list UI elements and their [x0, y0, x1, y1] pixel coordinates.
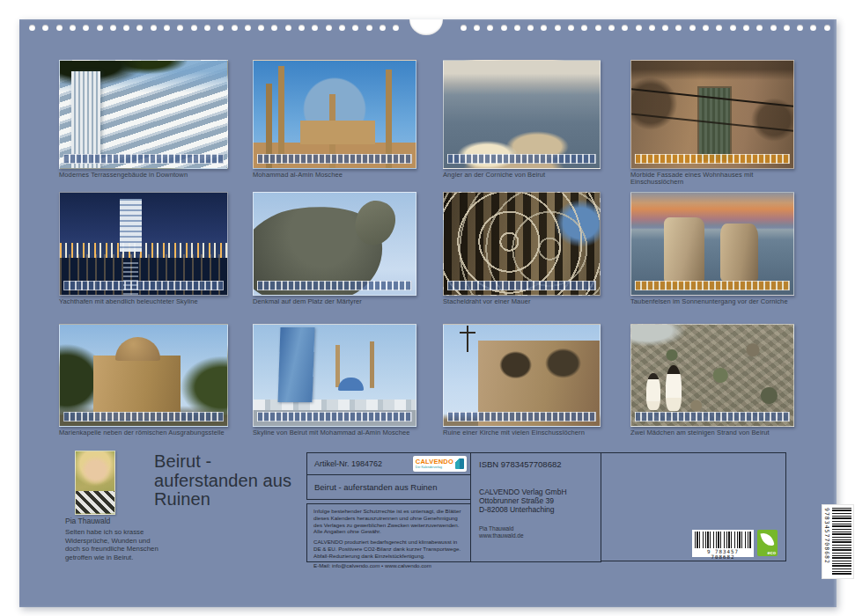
month-filmstrip [257, 412, 412, 422]
eco-label: eco [768, 550, 776, 555]
calvendo-logo-tagline: Der Kalenderverlag [416, 466, 453, 470]
product-photo-calendar-back: { "page": { "background_color": "#7a8aab… [0, 0, 855, 616]
month-filmstrip [257, 281, 412, 290]
photo-caption: Ruine einer Kirche mit vielen Einschussl… [443, 429, 599, 436]
month-filmstrip [635, 281, 790, 290]
photo-church-ruin [443, 324, 601, 427]
vertical-barcode-bars [832, 508, 851, 576]
month-filmstrip [63, 154, 224, 164]
contact-line: E-Mail: info@calvendo.com • www.calvendo… [313, 562, 464, 569]
photo-caption: Angler an der Corniche von Beirut [443, 172, 599, 179]
photo-martyrs-monument [253, 192, 416, 296]
photo-mosque [253, 60, 416, 169]
article-info-box: Artikel-Nr. 1984762 CALVENDO Der Kalende… [306, 452, 471, 500]
calendar-thumb-4: Morbide Fassade eines Wohnhauses mit Ein… [630, 60, 792, 187]
barcode-number: 9 783457 708682 [695, 549, 751, 560]
ean-barcode: 9 783457 708682 [692, 530, 754, 557]
calvendo-logo-icon [455, 458, 464, 469]
month-filmstrip [635, 412, 790, 422]
author-credit: Pia Thauwald [479, 525, 601, 532]
calendar-thumb-8: Taubenfelsen im Sonnenuntergang vor der … [630, 192, 792, 305]
author-name: Pia Thauwald [65, 517, 110, 525]
calendar-thumb-9: Marienkapelle neben der römischen Ausgra… [59, 324, 226, 436]
month-filmstrip [63, 412, 224, 422]
photo-caption: Zwei Mädchen am steinigen Strand von Bei… [630, 429, 792, 436]
photo-caption: Modernes Terrassengebäude in Downtown [59, 172, 226, 179]
photo-caption: Mohammad al-Amin Moschee [253, 172, 415, 179]
calendar-thumb-12: Zwei Mädchen am steinigen Strand von Bei… [630, 324, 792, 436]
photo-old-facade [630, 60, 794, 169]
legal-paragraph-1: Infolge bestehender Schutzrechte ist es … [313, 508, 464, 535]
photo-girls-beach [630, 324, 794, 427]
photo-corniche-anglers [443, 60, 601, 169]
calendar-thumb-10: Skyline von Beirut mit Mohammad al-Amin … [253, 324, 415, 436]
photo-marina-night [59, 192, 228, 296]
photo-modern-building [59, 60, 228, 169]
month-filmstrip [447, 281, 596, 290]
photo-pigeon-rocks [630, 192, 794, 296]
vertical-barcode-number: 9783457708682 [822, 505, 830, 578]
photo-caption: Yachthafen mit abendlich beleuchteter Sk… [59, 298, 226, 305]
author-website: www.thauwald.de [479, 532, 601, 539]
photo-caption: Skyline von Beirut mit Mohammad al-Amin … [253, 429, 415, 436]
legal-text-box: Infolge bestehender Schutzrechte ist es … [306, 503, 471, 562]
photo-skyline [253, 324, 416, 427]
calvendo-logo-text: CALVENDO [416, 458, 453, 466]
month-filmstrip [447, 412, 596, 422]
calvendo-logo: CALVENDO Der Kalenderverlag [413, 456, 467, 472]
photo-chapel [59, 324, 228, 427]
photo-barbed-wire [443, 192, 601, 296]
photo-caption: Stacheldraht vor einer Mauer [443, 298, 599, 305]
photo-caption: Morbide Fassade eines Wohnhauses mit Ein… [630, 172, 792, 187]
legal-paragraph-2: CALVENDO produziert bedarfsgerecht und k… [313, 539, 464, 559]
photo-caption: Denkmal auf dem Platz der Märtyrer [253, 298, 415, 305]
author-portrait [75, 451, 115, 515]
article-number: Artikel-Nr. 1984762 [314, 459, 382, 468]
calendar-thumb-5: Yachthafen mit abendlich beleuchteter Sk… [59, 192, 226, 305]
month-filmstrip [63, 281, 224, 290]
publisher-street: Ottobrunner Straße 39 [479, 496, 601, 505]
publisher-box: ISBN 9783457708682 CALVENDO Verlag GmbH … [470, 452, 601, 562]
publisher-city: D-82008 Unterhaching [479, 505, 601, 514]
month-filmstrip [447, 154, 596, 164]
page-title: Beirut - auferstanden aus Ruinen [154, 452, 302, 510]
calendar-thumb-7: Stacheldraht vor einer Mauer [443, 192, 599, 305]
calendar-thumb-1: Modernes Terrassengebäude in Downtown [59, 60, 226, 179]
calendar-thumb-2: Mohammad al-Amin Moschee [253, 60, 415, 179]
barcode-box: 9 783457 708682 eco [601, 452, 786, 561]
month-filmstrip [635, 154, 790, 164]
calendar-back-page: Modernes Terrassengebäude in Downtown Mo… [19, 19, 837, 607]
photo-caption: Taubenfelsen im Sonnenuntergang vor der … [630, 298, 792, 305]
vertical-edge-barcode: 9783457708682 [822, 504, 854, 579]
author-quote: Selten habe ich so krasse Widersprüche, … [65, 528, 160, 561]
calendar-thumb-6: Denkmal auf dem Platz der Märtyrer [253, 192, 415, 305]
product-title: Beirut - auferstanden aus Ruinen [307, 475, 470, 498]
calendar-thumb-3: Angler an der Corniche von Beirut [443, 60, 599, 179]
photo-caption: Marienkapelle neben der römischen Ausgra… [59, 429, 226, 436]
publisher-name: CALVENDO Verlag GmbH [479, 488, 601, 496]
leaf-icon [760, 532, 774, 547]
calendar-thumb-11: Ruine einer Kirche mit vielen Einschussl… [443, 324, 599, 436]
isbn: ISBN 9783457708682 [479, 459, 601, 469]
month-filmstrip [257, 154, 412, 164]
eco-logo: eco [757, 530, 778, 556]
barcode-bars [695, 532, 751, 548]
